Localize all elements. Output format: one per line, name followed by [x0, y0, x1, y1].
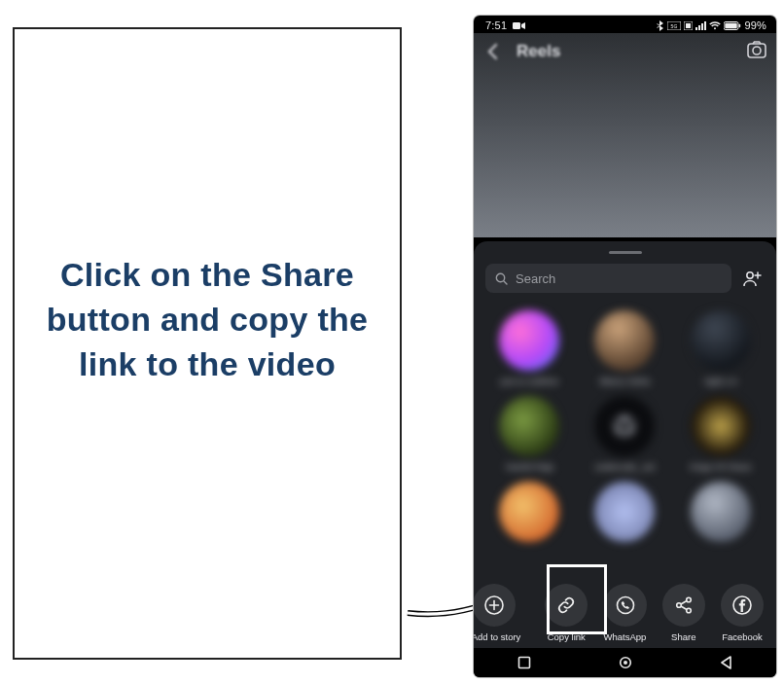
action-label: Add to story: [474, 631, 520, 642]
link-icon: [555, 594, 577, 616]
avatar: [499, 482, 559, 542]
action-facebook[interactable]: Facebook: [714, 584, 770, 642]
svg-point-14: [496, 273, 504, 281]
svg-text:5G: 5G: [671, 22, 678, 28]
share-sheet: Search just so sublime Blanco Neha night…: [474, 241, 776, 648]
contact-name: undercode_.am: [594, 462, 656, 472]
wifi-icon: [709, 21, 721, 30]
svg-point-16: [747, 272, 753, 278]
camera-icon[interactable]: [747, 41, 766, 62]
svg-point-19: [615, 416, 634, 436]
signal-icon: [695, 21, 706, 30]
add-people-icon[interactable]: [739, 270, 765, 287]
status-bar: 7:51 5G 99%: [474, 16, 776, 33]
svg-point-23: [617, 597, 633, 614]
battery-text: 99%: [744, 19, 766, 31]
contact-name: Blanco Neha: [600, 377, 651, 386]
contact-item[interactable]: [577, 482, 672, 548]
nav-back-icon[interactable]: [720, 656, 732, 669]
action-share[interactable]: Share: [656, 584, 712, 642]
contact-item[interactable]: just so sublime: [481, 310, 577, 386]
search-placeholder: Search: [516, 271, 555, 286]
video-icon: [513, 21, 525, 30]
svg-rect-12: [748, 44, 766, 57]
share-icon: [673, 594, 695, 616]
sheet-handle[interactable]: [609, 251, 642, 254]
contact-name: Harshit Raja: [505, 462, 553, 472]
action-copy-link[interactable]: Copy link: [538, 584, 594, 642]
svg-rect-10: [726, 22, 737, 27]
share-actions-row: Add to story Copy link WhatsApp Share Fa…: [474, 584, 776, 642]
svg-rect-0: [513, 22, 520, 29]
contact-item[interactable]: undercode_.am: [577, 396, 672, 472]
svg-line-27: [681, 601, 687, 605]
svg-line-28: [681, 606, 687, 610]
avatar: [499, 310, 559, 371]
svg-rect-4: [686, 23, 691, 28]
volte-icon: 5G: [667, 21, 681, 30]
nav-recent-icon[interactable]: [517, 656, 531, 669]
contact-item[interactable]: night.i.m: [673, 310, 768, 386]
contact-item[interactable]: [481, 482, 577, 548]
svg-point-24: [686, 597, 691, 602]
page-title: Reels: [517, 42, 560, 61]
svg-rect-30: [518, 658, 529, 668]
sim-icon: [684, 21, 693, 30]
svg-rect-8: [704, 21, 706, 30]
action-label: Share: [671, 631, 695, 642]
svg-point-32: [624, 661, 627, 665]
contact-name: Kings Of Chaos: [690, 462, 751, 472]
android-nav-bar: [474, 648, 776, 677]
status-time: 7:51: [485, 19, 507, 31]
search-icon: [495, 272, 508, 285]
svg-rect-7: [701, 23, 703, 30]
action-add-to-story[interactable]: Add to story: [480, 584, 536, 642]
svg-rect-6: [698, 25, 700, 30]
action-whatsapp[interactable]: WhatsApp: [597, 584, 654, 642]
avatar: [499, 396, 559, 456]
phone-screenshot: 7:51 5G 99% Reels Search: [474, 16, 776, 677]
contact-item[interactable]: Harshit Raja: [481, 396, 577, 472]
story-plus-icon: [483, 594, 505, 616]
whatsapp-icon: [615, 594, 636, 616]
avatar: [594, 310, 655, 371]
avatar: [691, 396, 751, 456]
contact-item[interactable]: Blanco Neha: [577, 310, 672, 386]
avatar: [691, 310, 751, 371]
svg-rect-11: [739, 23, 741, 26]
avatar: [691, 482, 751, 542]
contact-item[interactable]: [673, 482, 768, 548]
back-icon[interactable]: [483, 42, 503, 61]
svg-point-25: [676, 603, 681, 608]
action-label: Facebook: [722, 631, 763, 642]
svg-point-26: [686, 608, 691, 613]
contact-name: night.i.m: [704, 377, 737, 386]
svg-rect-5: [695, 27, 697, 30]
avatar: [594, 396, 655, 456]
avatar: [594, 482, 655, 542]
instruction-text: Click on the Share button and copy the l…: [42, 253, 373, 387]
action-label: Copy link: [548, 631, 586, 642]
instruction-panel: Click on the Share button and copy the l…: [13, 27, 402, 660]
battery-icon: [724, 21, 741, 30]
reels-background: Reels: [474, 33, 776, 237]
svg-point-13: [753, 47, 761, 54]
action-label: WhatsApp: [604, 631, 647, 642]
search-input[interactable]: Search: [485, 264, 731, 293]
svg-line-15: [504, 281, 507, 284]
bluetooth-icon: [657, 20, 664, 31]
nav-home-icon[interactable]: [618, 655, 633, 670]
contact-item[interactable]: Kings Of Chaos: [673, 396, 768, 472]
facebook-icon: [731, 594, 753, 616]
share-contacts-grid: just so sublime Blanco Neha night.i.m Ha…: [474, 303, 776, 552]
contact-name: just so sublime: [500, 377, 558, 386]
